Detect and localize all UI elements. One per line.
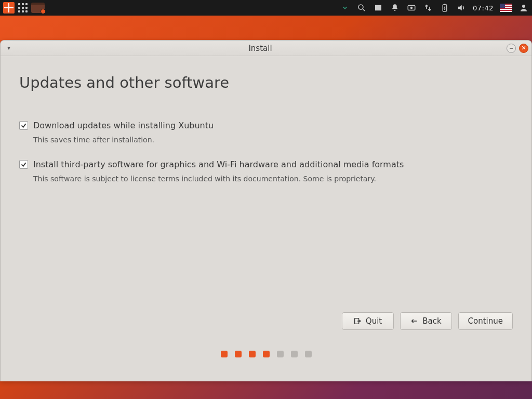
dropdown-icon[interactable] xyxy=(340,2,350,14)
progress-dot xyxy=(221,351,228,357)
search-icon[interactable] xyxy=(356,2,367,14)
close-button[interactable]: ✕ xyxy=(519,44,528,53)
continue-button-label: Continue xyxy=(468,316,503,326)
progress-dot xyxy=(249,351,256,357)
installer-window: ▾ Install ✕ Updates and other software D… xyxy=(0,40,532,381)
back-button[interactable]: Back xyxy=(400,312,452,330)
keyboard-indicator-icon[interactable] xyxy=(31,2,45,14)
progress-dot xyxy=(235,351,242,357)
svg-rect-6 xyxy=(444,4,446,5)
clock[interactable]: 07:42 xyxy=(473,2,494,14)
option-description: This saves time after installation. xyxy=(33,136,513,144)
checkbox-download-updates[interactable] xyxy=(19,121,28,130)
option-third-party: Install third-party software for graphic… xyxy=(19,159,513,183)
window-menu-icon[interactable]: ▾ xyxy=(4,45,14,51)
progress-dot xyxy=(291,351,298,357)
top-panel: 07:42 xyxy=(0,0,532,16)
svg-point-0 xyxy=(358,5,363,9)
progress-dot xyxy=(263,351,270,357)
keyboard-layout-flag[interactable] xyxy=(500,2,512,14)
titlebar[interactable]: ▾ Install ✕ xyxy=(1,41,531,56)
svg-rect-2 xyxy=(375,5,381,11)
svg-line-1 xyxy=(363,9,365,11)
back-button-label: Back xyxy=(422,316,441,326)
option-label: Download updates while installing Xubunt… xyxy=(33,121,214,130)
workspace-icon[interactable] xyxy=(373,2,383,14)
svg-point-4 xyxy=(410,7,413,9)
battery-icon[interactable] xyxy=(440,2,450,14)
checkbox-third-party[interactable] xyxy=(19,160,28,169)
apps-grid-icon[interactable] xyxy=(18,2,28,14)
option-description: This software is subject to license term… xyxy=(33,175,513,183)
svg-point-7 xyxy=(522,5,525,8)
quit-button-label: Quit xyxy=(366,316,382,326)
page-heading: Updates and other software xyxy=(19,74,513,91)
quit-button[interactable]: Quit xyxy=(342,312,394,330)
progress-dot xyxy=(277,351,284,357)
notification-bell-icon[interactable] xyxy=(390,2,400,14)
button-row: Quit Back Continue xyxy=(19,312,513,351)
user-icon[interactable] xyxy=(518,2,529,14)
continue-button[interactable]: Continue xyxy=(458,312,513,330)
progress-indicator xyxy=(19,351,513,371)
network-updown-icon[interactable] xyxy=(423,2,433,14)
progress-dot xyxy=(305,351,312,357)
window-body: Updates and other software Download upda… xyxy=(1,56,531,381)
recording-icon[interactable] xyxy=(406,2,417,14)
option-download-updates: Download updates while installing Xubunt… xyxy=(19,121,513,144)
window-title: Install xyxy=(14,44,507,53)
minimize-button[interactable] xyxy=(507,44,516,53)
whisker-menu-icon[interactable] xyxy=(3,2,15,14)
volume-icon[interactable] xyxy=(456,2,467,14)
option-label: Install third-party software for graphic… xyxy=(33,159,404,169)
